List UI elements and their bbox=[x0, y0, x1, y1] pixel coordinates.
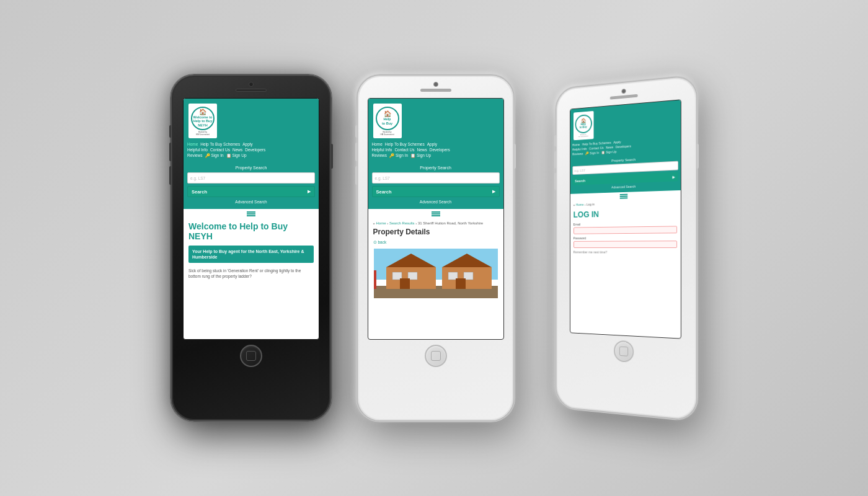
ham-line-c1 bbox=[432, 211, 440, 213]
ham-line-r1 bbox=[619, 194, 627, 195]
home-button-inner-r bbox=[619, 347, 627, 356]
nav-home-r[interactable]: Home bbox=[572, 143, 580, 146]
nav-helpful-r[interactable]: Helpful Info bbox=[572, 147, 587, 151]
search-btn-label-r: Search bbox=[575, 179, 585, 182]
breadcrumb-home-r[interactable]: Home bbox=[576, 203, 583, 206]
svg-rect-10 bbox=[400, 278, 410, 289]
app-header-c: 🏠 Helpto Buy Backed byHM Government bbox=[368, 99, 503, 140]
search-section-right: Property Search e.g. LS7 Search ▶ Advanc… bbox=[570, 154, 681, 194]
nav-helpful-c[interactable]: Helpful Info bbox=[372, 148, 392, 152]
logo-circle: 🏠 Welcome to Help to Buy NEYH bbox=[191, 107, 215, 130]
logo-text-c: Helpto Buy bbox=[382, 117, 392, 125]
nav-row-2: Helpful Info Contact Us News Developers bbox=[187, 148, 315, 152]
nav-developers-c[interactable]: Developers bbox=[430, 148, 450, 152]
search-button-left[interactable]: Search ▶ bbox=[187, 186, 315, 197]
property-image bbox=[373, 249, 498, 298]
breadcrumb-results-link[interactable]: Search Results bbox=[389, 221, 415, 225]
nav-signin-r[interactable]: 🔑 Sign In bbox=[585, 151, 599, 155]
phone-center: 🏠 Helpto Buy Backed byHM Government Home… bbox=[356, 74, 515, 422]
volume-up-button-c bbox=[355, 143, 357, 161]
nav-schemes[interactable]: Help To Buy Schemes bbox=[200, 142, 240, 146]
welcome-title: Welcome to Help to Buy NEYH bbox=[188, 221, 314, 242]
remember-text[interactable]: Remember me next time? bbox=[574, 250, 677, 254]
hamburger-icon-c[interactable] bbox=[430, 211, 442, 216]
app-header: 🏠 Welcome to Help to Buy NEYH Backed byH… bbox=[184, 99, 319, 140]
logo-text: Welcome to Help to Buy NEYH bbox=[192, 115, 213, 126]
mute-button bbox=[169, 125, 171, 138]
advanced-search-center[interactable]: Advanced Search bbox=[372, 200, 500, 204]
nav-row-c2: Helpful Info Contact Us News Developers bbox=[372, 148, 500, 152]
search-label-c: Property Search bbox=[372, 166, 500, 170]
phone-right: 🏠 Helpto Buy Backed byHM Government Home… bbox=[556, 74, 698, 422]
logo-box-c: 🏠 Helpto Buy Backed byHM Government bbox=[372, 102, 403, 140]
phone-top-bar-c bbox=[363, 82, 508, 94]
nav-home-c[interactable]: Home bbox=[372, 142, 383, 146]
nav-apply-r[interactable]: Apply bbox=[613, 140, 621, 144]
nav-signup-r[interactable]: 📋 Sign Up bbox=[601, 150, 617, 154]
content-right: » Home › Log in LOG IN Email Password Re… bbox=[570, 197, 681, 257]
header-teal bbox=[221, 102, 315, 140]
home-button-right[interactable] bbox=[614, 340, 634, 363]
logo-circle-c: 🏠 Helpto Buy bbox=[376, 107, 399, 130]
back-link[interactable]: ⊙ back bbox=[373, 240, 498, 245]
nav-contact[interactable]: Contact Us bbox=[210, 148, 230, 152]
nav-contact-r[interactable]: Contact Us bbox=[589, 146, 604, 150]
nav-signup-c[interactable]: 📋 Sign Up bbox=[410, 153, 431, 158]
speaker-c bbox=[420, 89, 451, 92]
nav-signin-c[interactable]: 🔑 Sign In bbox=[389, 153, 408, 158]
mute-button-c bbox=[355, 125, 357, 138]
email-input[interactable] bbox=[574, 226, 677, 234]
login-title: LOG IN bbox=[574, 207, 677, 219]
screen-left: 🏠 Welcome to Help to Buy NEYH Backed byH… bbox=[183, 98, 319, 340]
logo-box-r: 🏠 Helpto Buy Backed byHM Government bbox=[572, 110, 595, 141]
nav-contact-c[interactable]: Contact Us bbox=[394, 148, 414, 152]
welcome-subtitle-box: Your Help to Buy agent for the North Eas… bbox=[188, 246, 314, 263]
nav-news-c[interactable]: News bbox=[417, 148, 427, 152]
home-button-inner-c bbox=[431, 351, 441, 361]
ham-line-r2 bbox=[619, 196, 627, 197]
nav-news-r[interactable]: News bbox=[606, 145, 613, 149]
property-details-title: Property Details bbox=[373, 228, 498, 236]
advanced-search-left[interactable]: Advanced Search bbox=[187, 200, 315, 204]
logo-subtext-c: Backed byHM Government bbox=[380, 131, 394, 136]
welcome-subtitle: Your Help to Buy agent for the North Eas… bbox=[192, 249, 310, 260]
back-icon: ⊙ bbox=[373, 240, 377, 245]
nav-reviews-r[interactable]: Reviews bbox=[572, 152, 583, 156]
ham-line-c3 bbox=[432, 215, 440, 216]
nav-signup[interactable]: 📋 Sign Up bbox=[226, 153, 247, 158]
nav-signin[interactable]: 🔑 Sign In bbox=[205, 153, 224, 158]
search-input-left[interactable]: e.g. LS7 bbox=[187, 172, 315, 184]
search-input-center[interactable]: e.g. LS7 bbox=[372, 172, 500, 184]
breadcrumb-home-link[interactable]: Home bbox=[376, 221, 386, 225]
breadcrumb-address: 31 Sheriff Hutton Road, North Yorkshire bbox=[418, 221, 483, 225]
phone-center-wrapper: 🏠 Helpto Buy Backed byHM Government Home… bbox=[356, 74, 515, 422]
svg-rect-11 bbox=[456, 278, 466, 289]
back-text: back bbox=[378, 240, 387, 244]
ham-line-1 bbox=[247, 211, 255, 213]
nav-news[interactable]: News bbox=[232, 148, 242, 152]
nav-apply[interactable]: Apply bbox=[242, 142, 252, 146]
hamburger-icon[interactable] bbox=[245, 211, 257, 216]
nav-apply-c[interactable]: Apply bbox=[427, 142, 437, 146]
nav-devs-r[interactable]: Developers bbox=[616, 144, 631, 149]
nav-reviews[interactable]: Reviews bbox=[187, 153, 203, 158]
search-label-left: Property Search bbox=[187, 166, 315, 170]
home-button-left[interactable] bbox=[240, 345, 262, 367]
header-teal-c bbox=[405, 102, 500, 140]
nav-home[interactable]: Home bbox=[187, 142, 198, 146]
svg-rect-12 bbox=[374, 270, 376, 289]
volume-down-button bbox=[169, 166, 171, 185]
home-button-center[interactable] bbox=[425, 345, 447, 367]
nav-schemes-c[interactable]: Help To Buy Schemes bbox=[385, 142, 425, 146]
volume-down-button-r bbox=[554, 173, 556, 190]
nav-helpful[interactable]: Helpful Info bbox=[187, 148, 208, 152]
nav-reviews-c[interactable]: Reviews bbox=[372, 153, 388, 158]
nav-developers[interactable]: Developers bbox=[245, 148, 265, 152]
password-input[interactable] bbox=[574, 241, 677, 248]
ham-line-2 bbox=[247, 213, 255, 215]
search-button-center[interactable]: Search ▶ bbox=[372, 186, 500, 197]
breadcrumb-login: » Home › Log in bbox=[574, 200, 677, 206]
home-button-inner bbox=[246, 351, 256, 361]
content-left: Welcome to Help to Buy NEYH Your Help to… bbox=[184, 216, 319, 285]
ham-line-3 bbox=[247, 215, 255, 216]
